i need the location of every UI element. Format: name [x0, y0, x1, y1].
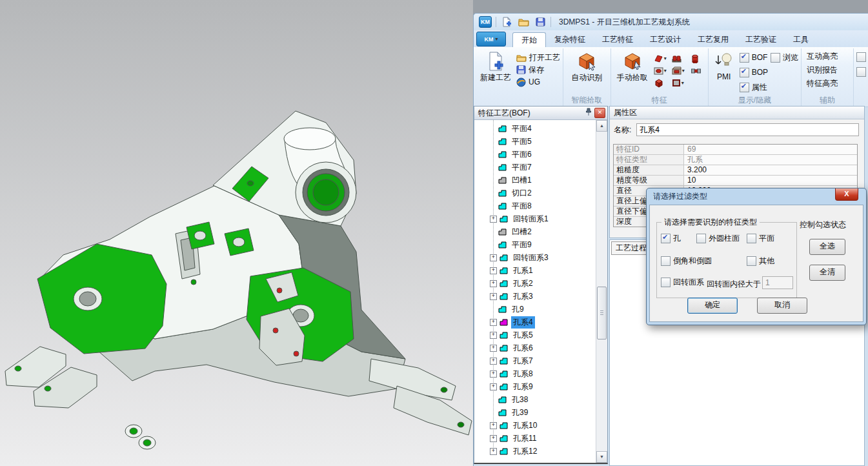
expand-toggle-icon[interactable]: +	[490, 383, 497, 390]
tree-item[interactable]: 凹槽1	[474, 174, 596, 187]
tree-item[interactable]: 平面9	[474, 238, 596, 251]
bof-checkbox[interactable]: BOF	[740, 51, 768, 64]
ok-button[interactable]: 确定	[687, 298, 738, 314]
new-process-button[interactable]: 新建工艺	[478, 50, 514, 96]
property-value[interactable]: 3.200	[684, 165, 857, 175]
new-document-icon[interactable]	[500, 15, 513, 28]
expand-toggle-icon[interactable]: +	[490, 293, 497, 300]
open-folder-icon[interactable]	[517, 15, 530, 28]
save-icon[interactable]	[534, 15, 547, 28]
name-input[interactable]	[636, 123, 859, 136]
scroll-down-icon[interactable]: ▼	[596, 451, 607, 463]
tree-item[interactable]: +孔系5	[474, 329, 596, 341]
tree-item[interactable]: +孔系6	[474, 341, 596, 354]
ribbon-tab[interactable]: 工艺特征	[594, 32, 641, 46]
tree-item[interactable]: +回转面系1	[474, 212, 596, 225]
close-icon[interactable]: ✕	[594, 108, 605, 118]
expand-toggle-icon[interactable]: +	[490, 448, 497, 455]
tree-item[interactable]: +孔系1	[474, 264, 596, 277]
tree-item[interactable]: 孔38	[474, 393, 596, 406]
checkbox-icon[interactable]	[696, 234, 706, 243]
scrollbar-thumb[interactable]	[597, 287, 607, 339]
checkbox-icon[interactable]	[771, 53, 780, 63]
expand-toggle-icon[interactable]: +	[490, 422, 497, 429]
checkbox-icon[interactable]	[856, 52, 866, 62]
inner-diameter-input[interactable]	[762, 276, 793, 289]
ribbon-tab[interactable]: 工艺复用	[689, 32, 737, 46]
auto-recognize-button[interactable]: 自动识别	[568, 50, 605, 96]
revolve-face-filter-checkbox[interactable]: 回转面系	[661, 277, 704, 288]
tree-item[interactable]: +孔系9	[474, 380, 596, 393]
cylinder-feature-button[interactable]	[691, 54, 705, 63]
ribbon-tab[interactable]: 工具	[785, 32, 817, 46]
other-filter-checkbox[interactable]: 其他	[747, 256, 774, 267]
close-icon[interactable]: X	[835, 188, 858, 201]
pocket-feature-button[interactable]: ▾	[672, 66, 691, 75]
pmi-button[interactable]: PMI	[711, 50, 737, 96]
app-menu-button[interactable]: KM ▾	[476, 32, 506, 46]
plane-filter-checkbox[interactable]: 平面	[747, 233, 774, 244]
expand-toggle-icon[interactable]: +	[490, 267, 497, 274]
tree-item[interactable]: +孔系7	[474, 354, 596, 367]
expand-toggle-icon[interactable]: +	[490, 332, 497, 339]
save-button[interactable]: 保存	[516, 65, 560, 75]
checkbox-icon[interactable]	[661, 278, 671, 287]
tree-item[interactable]: 平面6	[474, 148, 596, 161]
tree-item[interactable]: +回转面系3	[474, 251, 596, 264]
bop-checkbox[interactable]: BOP	[740, 66, 768, 79]
connector-feature-button[interactable]	[691, 67, 705, 75]
open-process-button[interactable]: 打开工艺	[516, 52, 560, 63]
tree-item[interactable]: +孔系10	[474, 419, 596, 432]
tree-item[interactable]: 平面7	[474, 161, 596, 174]
tree-item[interactable]: 切口2	[474, 187, 596, 199]
tree-item[interactable]: +孔系2	[474, 277, 596, 290]
tree-item[interactable]: +孔系3	[474, 290, 596, 303]
tree-item[interactable]: +孔系8	[474, 367, 596, 380]
attribute-checkbox[interactable]: 属性	[740, 81, 768, 94]
dialog-title[interactable]: 请选择过滤类型	[649, 188, 863, 205]
checkbox-icon[interactable]	[740, 83, 749, 92]
checkbox-icon[interactable]	[740, 68, 749, 77]
checkbox-icon[interactable]	[740, 53, 749, 63]
scroll-up-icon[interactable]: ▲	[596, 120, 607, 132]
ug-button[interactable]: UG	[516, 77, 560, 87]
ribbon-tab[interactable]: 工艺设计	[641, 32, 689, 46]
plane-feature-button[interactable]: ▾	[654, 54, 672, 63]
expand-toggle-icon[interactable]: +	[490, 358, 497, 365]
cancel-button[interactable]: 取消	[757, 298, 807, 314]
ribbon-tab[interactable]: 工艺验证	[737, 32, 785, 46]
ribbon-tab[interactable]: 开始	[512, 32, 546, 47]
property-value[interactable]: 孔系	[684, 155, 857, 165]
tree-item[interactable]: +孔系11	[474, 432, 596, 445]
tree-item[interactable]: +孔系12	[474, 445, 596, 458]
checkbox-icon[interactable]	[661, 256, 671, 266]
checkbox-icon[interactable]	[661, 234, 671, 243]
hole-filter-checkbox[interactable]: 孔	[661, 233, 681, 244]
tree-scrollbar[interactable]: ▲ ▼	[596, 120, 607, 463]
expand-toggle-icon[interactable]: +	[490, 254, 497, 261]
pin-icon[interactable]	[585, 108, 592, 118]
expand-toggle-icon[interactable]: +	[490, 280, 497, 287]
property-value[interactable]: 69	[684, 145, 857, 154]
clear-all-button[interactable]: 全清	[809, 265, 845, 281]
expand-toggle-icon[interactable]: +	[490, 435, 497, 442]
tree-item[interactable]: 孔9	[474, 303, 596, 316]
recognition-report-button[interactable]: 识别报告	[804, 63, 851, 77]
feature-highlight-button[interactable]: 特征高亮	[804, 77, 851, 90]
checkbox-icon[interactable]	[856, 67, 866, 77]
property-value[interactable]: 10	[684, 176, 857, 185]
ribbon-tab[interactable]: 复杂特征	[546, 32, 594, 46]
tree-item[interactable]: 凹槽2	[474, 225, 596, 238]
cube-feature-button[interactable]	[654, 79, 672, 88]
expand-toggle-icon[interactable]: +	[490, 216, 497, 223]
manual-pick-button[interactable]: 手动拾取	[614, 50, 651, 96]
chamfer-fillet-filter-checkbox[interactable]: 倒角和倒圆	[661, 256, 712, 267]
select-all-button[interactable]: 全选	[809, 239, 845, 255]
expand-toggle-icon[interactable]: +	[490, 345, 497, 352]
hole-feature-button[interactable]: ▾	[654, 66, 672, 75]
face-feature-button[interactable]: ▾	[672, 79, 691, 87]
outer-cylinder-filter-checkbox[interactable]: 外圆柱面	[696, 233, 740, 244]
expand-toggle-icon[interactable]: +	[490, 319, 497, 326]
tree-item[interactable]: 平面4	[474, 122, 596, 135]
tree-item[interactable]: +孔系4	[474, 316, 596, 329]
